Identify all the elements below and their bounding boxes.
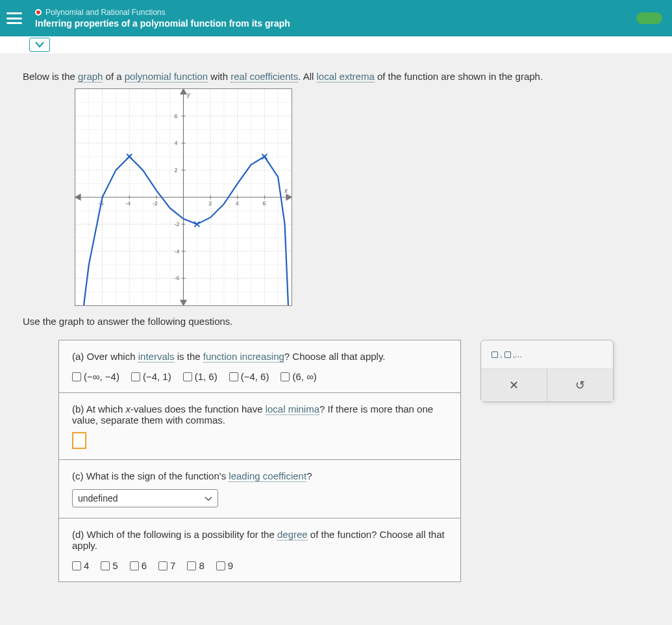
part-b: (b) At which x-values does the function … <box>59 393 460 460</box>
checkbox-icon <box>216 561 225 570</box>
header-text: Polynomial and Rational Functions Inferr… <box>35 8 636 29</box>
close-button[interactable]: ✕ <box>481 369 547 402</box>
term-real-coefficients[interactable]: real coefficients <box>230 71 298 83</box>
part-d-option-3[interactable]: 7 <box>158 560 175 571</box>
tool-panel: ,,... ✕ ↺ <box>480 340 614 402</box>
svg-marker-37 <box>75 194 81 200</box>
checkbox-icon <box>72 561 81 570</box>
term-leading-coefficient[interactable]: leading coefficient <box>229 470 306 482</box>
svg-text:-4: -4 <box>175 248 180 255</box>
term-intervals[interactable]: intervals <box>138 351 175 363</box>
checkbox-icon <box>131 372 140 381</box>
checkbox-icon <box>280 372 290 381</box>
checkbox-icon <box>158 561 168 570</box>
part-a-option-2[interactable]: (1, 6) <box>183 371 218 382</box>
status-pill[interactable] <box>636 12 662 24</box>
svg-text:x: x <box>284 187 288 194</box>
chevron-down-icon <box>205 493 212 504</box>
select-value: undefined <box>78 493 118 504</box>
subheader-bar <box>0 36 672 53</box>
part-b-prompt: (b) At which x-values does the function … <box>72 403 447 426</box>
part-d: (d) Which of the following is a possibil… <box>59 518 460 581</box>
record-dot-icon <box>35 9 42 16</box>
part-a-option-4[interactable]: (6, ∞) <box>280 371 316 382</box>
svg-text:-6: -6 <box>175 275 180 281</box>
lesson-title: Inferring properties of a polynomial fun… <box>35 18 636 29</box>
checkbox-icon <box>229 372 238 381</box>
part-a-option-0[interactable]: (−∞, −4) <box>72 371 119 382</box>
part-c: (c) What is the sign of the function's l… <box>59 460 460 518</box>
svg-text:2: 2 <box>208 200 212 207</box>
part-d-option-1[interactable]: 5 <box>101 560 118 571</box>
svg-text:4: 4 <box>236 200 239 207</box>
part-d-option-0[interactable]: 4 <box>72 560 89 571</box>
svg-text:-2: -2 <box>175 221 180 227</box>
svg-text:4: 4 <box>175 140 178 146</box>
term-graph[interactable]: graph <box>78 71 103 83</box>
part-a-option-1[interactable]: (−4, 1) <box>131 371 171 382</box>
polynomial-graph: -6-4-2246-6-4-2246 y x <box>75 88 292 306</box>
collapse-toggle[interactable] <box>29 38 50 52</box>
part-a-option-3[interactable]: (−4, 6) <box>229 371 269 382</box>
term-polynomial-function[interactable]: polynomial function <box>125 71 208 83</box>
term-degree[interactable]: degree <box>277 529 308 541</box>
category-label: Polynomial and Rational Functions <box>45 8 166 17</box>
term-local-extrema[interactable]: local extrema <box>317 71 375 83</box>
svg-marker-38 <box>180 89 186 94</box>
part-d-option-5[interactable]: 9 <box>216 560 233 571</box>
term-function-increasing[interactable]: function increasing <box>203 351 284 363</box>
local-minima-input[interactable] <box>72 432 86 449</box>
checkbox-icon <box>187 561 196 570</box>
checkbox-icon <box>130 561 139 570</box>
checkbox-icon <box>183 372 192 381</box>
svg-text:-2: -2 <box>153 200 158 207</box>
svg-text:-4: -4 <box>125 200 131 207</box>
sign-select[interactable]: undefined <box>72 489 218 507</box>
list-format-button[interactable]: ,,... <box>481 340 613 369</box>
content-area: Below is the graph of a polynomial funct… <box>0 53 672 595</box>
intro-text: Below is the graph of a polynomial funct… <box>23 71 659 82</box>
part-d-option-4[interactable]: 8 <box>187 560 204 571</box>
part-a-prompt: (a) Over which intervals is the function… <box>72 351 447 362</box>
svg-marker-36 <box>286 194 292 200</box>
svg-text:y: y <box>186 91 191 98</box>
checkbox-icon <box>72 372 81 381</box>
part-d-option-2[interactable]: 6 <box>130 560 147 571</box>
checkbox-icon <box>101 561 110 570</box>
question-box: (a) Over which intervals is the function… <box>58 340 461 582</box>
reset-button[interactable]: ↺ <box>547 369 613 402</box>
svg-text:6: 6 <box>175 113 178 120</box>
svg-text:6: 6 <box>262 200 266 207</box>
instruction-text: Use the graph to answer the following qu… <box>23 316 659 327</box>
part-a: (a) Over which intervals is the function… <box>59 340 460 393</box>
svg-marker-39 <box>180 300 186 305</box>
svg-text:2: 2 <box>175 167 178 173</box>
term-local-minima[interactable]: local minima <box>266 403 319 415</box>
part-c-prompt: (c) What is the sign of the function's l… <box>72 470 447 481</box>
square-icon <box>492 351 498 358</box>
part-d-prompt: (d) Which of the following is a possibil… <box>72 529 447 551</box>
menu-icon[interactable] <box>6 12 22 24</box>
app-header: Polynomial and Rational Functions Inferr… <box>0 0 672 36</box>
square-icon <box>504 351 511 358</box>
